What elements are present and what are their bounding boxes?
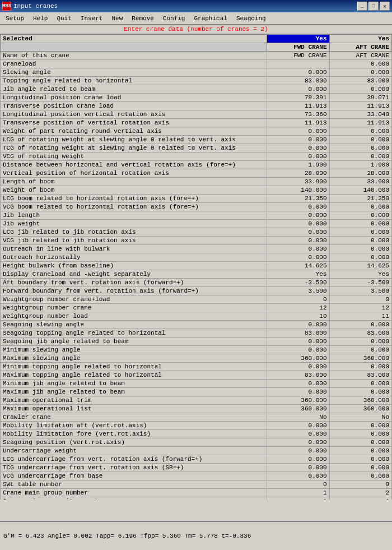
table-row[interactable]: Seagoing position (vert.rot.axis)0.0000.… <box>1 438 392 447</box>
table-row[interactable]: Outreach in line with bulwark0.0000.000 <box>1 245 392 253</box>
row-value-2: Yes <box>329 270 391 279</box>
table-row[interactable]: Longitudinal position crane load79.39139… <box>1 94 392 102</box>
row-value-1: 33.900 <box>267 178 329 186</box>
row-value-1: 0 <box>267 295 329 304</box>
table-row[interactable]: Weightgroup number load1011 <box>1 312 392 321</box>
table-row[interactable]: Weightgroup number crane1212 <box>1 304 392 312</box>
row-value-1: 83.000 <box>267 77 329 85</box>
table-row[interactable]: Minimum slewing angle0.0000.000 <box>1 346 392 354</box>
menu-config[interactable]: Config <box>158 14 190 23</box>
table-row[interactable]: Transverse position crane load11.91311.9… <box>1 102 392 110</box>
table-row[interactable]: Maximum operational trim360.000360.000 <box>1 396 392 405</box>
row-value-1: 0.000 <box>267 455 329 464</box>
table-row[interactable]: Weightgroup number crane+load00 <box>1 295 392 304</box>
table-row[interactable]: Name of this craneFWD CRANEAFT CRANE <box>1 52 392 60</box>
row-label: LCG boom related to horizontal rotation … <box>1 195 267 203</box>
table-row[interactable]: Height bulwark (from baseline)14.62514.6… <box>1 262 392 270</box>
table-row[interactable]: Mobility limitation fore (vert.rot.axis)… <box>1 430 392 438</box>
row-value-2: 0.000 <box>329 472 391 480</box>
table-row[interactable]: Transverse position of vertical rotation… <box>1 119 392 127</box>
menu-insert[interactable]: Insert <box>76 14 108 23</box>
table-row[interactable]: Weight of boom140.000140.000 <box>1 186 392 195</box>
table-row[interactable]: Crane main group number12 <box>1 489 392 497</box>
table-row[interactable]: Crawler craneNoNo <box>1 413 392 422</box>
table-row[interactable]: VCG of rotating weight0.0000.000 <box>1 152 392 161</box>
menu-help[interactable]: Help <box>29 14 52 23</box>
menu-setup[interactable]: Setup <box>1 14 29 23</box>
table-row[interactable]: TCG of rotating weight at slewing angle … <box>1 144 392 152</box>
row-label: Aft boundary from vert. rotation axis (f… <box>1 279 267 287</box>
table-row[interactable]: Minimum jib angle related to beam0.0000.… <box>1 380 392 388</box>
table-row[interactable]: TCG undercarriage from vert. rotation ax… <box>1 464 392 472</box>
table-row[interactable]: Craneload0.000 <box>1 60 392 68</box>
table-row[interactable]: VCG boom related to horizontal rotation … <box>1 203 392 211</box>
table-row[interactable]: VCG jib related to jib rotation axis0.00… <box>1 237 392 245</box>
minimize-button[interactable]: _ <box>357 2 367 11</box>
table-row[interactable]: Slewing angle0.0000.000 <box>1 68 392 77</box>
table-row[interactable]: Mobility limitation aft (vert.rot.axis)0… <box>1 422 392 430</box>
row-value-1: 0.000 <box>267 253 329 262</box>
row-value-2: 11.913 <box>329 102 391 110</box>
maximize-button[interactable]: □ <box>368 2 379 11</box>
table-row[interactable]: Maximum slewing angle360.000360.000 <box>1 354 392 363</box>
table-row[interactable]: LCG undercarriage from vert. rotation ax… <box>1 455 392 464</box>
table-row[interactable]: Jib length0.0000.000 <box>1 211 392 220</box>
menu-quit[interactable]: Quit <box>52 14 76 23</box>
row-label: Weightgroup number crane+load <box>1 295 267 304</box>
table-row[interactable]: Aft boundary from vert. rotation axis (f… <box>1 279 392 287</box>
table-row[interactable]: Maximum operational list360.000360.000 <box>1 405 392 413</box>
table-row[interactable]: SWL table number00 <box>1 480 392 489</box>
row-value-1: 11.913 <box>267 119 329 127</box>
table-row[interactable]: LCG jib related to jib rotation axis0.00… <box>1 228 392 237</box>
table-row[interactable]: Crane main group item number11 <box>1 497 392 500</box>
table-row[interactable]: Weight of part rotating round vertical a… <box>1 127 392 136</box>
row-label: Seagoing topping angle related to horizo… <box>1 329 267 338</box>
table-row[interactable]: Topping angle related to horizontal83.00… <box>1 77 392 85</box>
table-row[interactable]: Undercarriage weight0.0000.000 <box>1 447 392 455</box>
row-label: Weight of part rotating round vertical a… <box>1 127 267 136</box>
table-row[interactable]: VCG undercarriage from base0.0000.000 <box>1 472 392 480</box>
row-value-1: 0.000 <box>267 144 329 152</box>
menu-seagoing[interactable]: Seagoing <box>232 14 270 23</box>
app-icon-text: MBS <box>2 3 11 9</box>
row-label: Longitudinal position crane load <box>1 94 267 102</box>
row-value-2: 12 <box>329 304 391 312</box>
table-row[interactable]: Jib weight0.0000.000 <box>1 220 392 228</box>
status-message: Enter crane data (number of cranes = 2) <box>124 26 268 33</box>
table-row[interactable]: Maximum topping angle related to horizon… <box>1 371 392 380</box>
row-value-2: 0.000 <box>329 245 391 253</box>
table-row[interactable]: Vertical position of horizontal rotation… <box>1 169 392 178</box>
row-value-2: 0.000 <box>329 237 391 245</box>
row-value-2: 0.000 <box>329 220 391 228</box>
close-button[interactable]: ✕ <box>380 2 390 11</box>
table-row[interactable]: Maximum jib angle related to beam0.0000.… <box>1 388 392 396</box>
row-label: Maximum operational trim <box>1 396 267 405</box>
table-row[interactable]: Outreach horizontally0.0000.000 <box>1 253 392 262</box>
table-row[interactable]: Longitudinal position vertical rotation … <box>1 110 392 119</box>
table-row[interactable]: Minimum topping angle related to horizon… <box>1 363 392 371</box>
header-col2: Yes <box>329 35 391 43</box>
table-row[interactable]: Length of boom33.90033.900 <box>1 178 392 186</box>
table-row[interactable]: Jib angle related to beam0.0000.000 <box>1 85 392 94</box>
table-row[interactable]: Seagoing slewing angle0.0000.000 <box>1 321 392 329</box>
title-bar-left: MBS Input cranes <box>2 2 58 11</box>
table-row[interactable]: LCG boom related to horizontal rotation … <box>1 195 392 203</box>
subheader-col2: AFT CRANE <box>329 43 391 52</box>
menu-remove[interactable]: Remove <box>127 14 158 23</box>
row-value-2: 0.000 <box>329 338 391 346</box>
table-row[interactable]: Seagoing topping angle related to horizo… <box>1 329 392 338</box>
row-value-2: 0 <box>329 480 391 489</box>
table-row[interactable]: LCG of rotating weight at slewing angle … <box>1 136 392 144</box>
menu-graphical[interactable]: Graphical <box>189 14 231 23</box>
table-row[interactable]: Forward boundary from vert. rotation axi… <box>1 287 392 295</box>
row-value-2: 0.000 <box>329 321 391 329</box>
subheader-col1: FWD CRANE <box>267 43 329 52</box>
table-header-row: Selected Yes Yes <box>1 35 392 43</box>
table-row[interactable]: Distance between horizontal and vertical… <box>1 161 392 169</box>
table-row[interactable]: Seagoing jib angle related to beam0.0000… <box>1 338 392 346</box>
row-label: Crane main group number <box>1 489 267 497</box>
table-row[interactable]: Display Craneload and -weight separately… <box>1 270 392 279</box>
table-container[interactable]: Selected Yes Yes Selected FWD CRANE AFT … <box>0 34 392 500</box>
row-label: Seagoing jib angle related to beam <box>1 338 267 346</box>
menu-new[interactable]: New <box>107 14 127 23</box>
